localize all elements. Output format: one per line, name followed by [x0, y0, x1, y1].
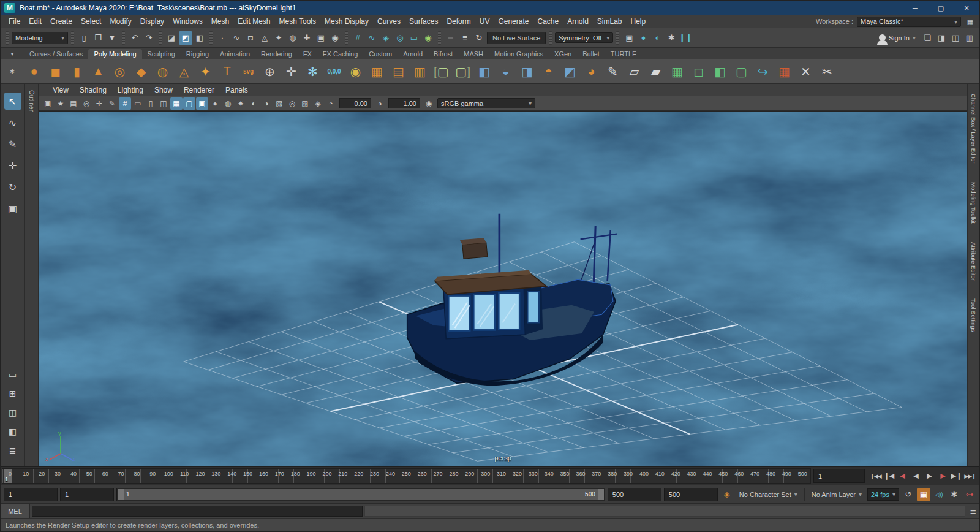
shelf-tab-poly-modeling[interactable]: Poly Modeling: [88, 49, 141, 59]
grip-handle[interactable]: [209, 31, 213, 45]
image-plane-icon[interactable]: ▤: [67, 97, 80, 110]
snap-curve-icon[interactable]: ∿: [365, 31, 379, 45]
anti-alias-icon[interactable]: ▧: [273, 97, 285, 110]
move-tool-icon[interactable]: ✛: [4, 157, 21, 174]
render-settings-icon[interactable]: ✱: [665, 31, 678, 45]
select-component-icon[interactable]: ◧: [193, 31, 206, 45]
super-shape-icon[interactable]: ✦: [195, 61, 216, 82]
snowflake-icon[interactable]: ✻: [303, 61, 323, 82]
step-forward-frame-button[interactable]: ▶❙: [950, 469, 963, 483]
snap-keys-icon[interactable]: ▦: [917, 488, 930, 501]
mask-rendering-icon[interactable]: ◍: [286, 31, 300, 45]
bookmarks-icon[interactable]: ★: [55, 97, 67, 110]
symmetry-dropdown[interactable]: Symmetry: Off: [555, 32, 613, 43]
close-button-icon[interactable]: ✕: [954, 1, 979, 15]
poly-cone-icon[interactable]: ▲: [88, 61, 108, 82]
delete-edge-icon[interactable]: ✕: [796, 61, 816, 82]
shelf-tab-animation[interactable]: Animation: [214, 49, 255, 59]
character-set-dropdown[interactable]: No Character Set: [736, 491, 801, 498]
go-to-start-button[interactable]: ❙◀◀: [869, 469, 882, 483]
mask-surfaces-icon[interactable]: ◘: [244, 31, 257, 45]
playback-end-field[interactable]: 500: [608, 488, 662, 501]
safe-action-icon[interactable]: ▢: [183, 97, 195, 110]
play-forwards-button[interactable]: ▶: [923, 469, 936, 483]
new-scene-icon[interactable]: ▯: [77, 31, 91, 45]
frame-bracket-close-icon[interactable]: ▢]: [453, 61, 473, 82]
shelf-tab-mash[interactable]: MASH: [458, 49, 489, 59]
shelf-tab-motion-graphics[interactable]: Motion Graphics: [489, 49, 549, 59]
resolution-gate-icon[interactable]: ▯: [145, 97, 157, 110]
grip-handle[interactable]: [549, 31, 552, 45]
sculpt-mesh-icon[interactable]: ◕: [581, 61, 601, 82]
exposure-field[interactable]: 0.00: [339, 98, 371, 108]
origin-coordinates-icon[interactable]: 0,0,0: [324, 61, 344, 82]
lock-selection-icon[interactable]: ▣: [314, 31, 328, 45]
knife-icon[interactable]: ✂: [817, 61, 837, 82]
layout-single-pane-icon[interactable]: ▭: [4, 367, 21, 382]
menu-uv[interactable]: UV: [475, 17, 494, 26]
shelf-tab-menu-icon[interactable]: ▾: [1, 48, 24, 59]
undo-icon[interactable]: ↶: [128, 31, 141, 45]
gamma-icon[interactable]: ◑: [374, 97, 386, 110]
shelf-tab-bullet[interactable]: Bullet: [577, 49, 605, 59]
grid-toggle-icon[interactable]: #: [119, 97, 131, 110]
target-weld-icon[interactable]: ▦: [774, 61, 794, 82]
view-transform-dropdown[interactable]: sRGB gamma: [437, 98, 535, 108]
multi-cut-icon[interactable]: ✎: [603, 61, 623, 82]
open-render-view-icon[interactable]: ▣: [622, 31, 636, 45]
shelf-tab-rendering[interactable]: Rendering: [255, 49, 298, 59]
shelf-tab-turtle[interactable]: TURTLE: [605, 49, 643, 59]
gate-mask-icon[interactable]: ◫: [157, 97, 170, 110]
fps-dropdown[interactable]: 24 fps: [867, 488, 899, 501]
menu-help[interactable]: Help: [627, 17, 650, 26]
shaded-mode-icon[interactable]: ●: [209, 97, 221, 110]
sculpt-grab-icon[interactable]: ◧: [710, 61, 730, 82]
auto-keyframe-icon[interactable]: ⊶: [963, 488, 976, 501]
current-frame-field[interactable]: 1: [813, 469, 865, 483]
redo-icon[interactable]: ↷: [142, 31, 156, 45]
rotate-tool-icon[interactable]: ↻: [4, 178, 21, 196]
command-line-output[interactable]: [364, 506, 965, 517]
mask-misc-icon[interactable]: ✚: [300, 31, 314, 45]
command-line-language-button[interactable]: MEL: [1, 504, 30, 518]
smooth-mesh-icon[interactable]: ◒: [496, 61, 516, 82]
combine-mesh-icon[interactable]: ◓: [538, 61, 559, 82]
workspace-options-icon[interactable]: ▦: [965, 17, 976, 26]
attribute-editor-toggle-icon[interactable]: ◫: [949, 31, 962, 45]
outliner-tab[interactable]: Outliner: [28, 90, 35, 112]
offset-edge-loop-icon[interactable]: ▰: [646, 61, 666, 82]
command-line-input[interactable]: [32, 506, 363, 517]
ambient-occlusion-icon[interactable]: ◑: [260, 97, 273, 110]
snap-view-plane-icon[interactable]: ▭: [407, 31, 421, 45]
snap-projected-center-icon[interactable]: ◎: [393, 31, 407, 45]
viewport-canvas[interactable]: y x z persp: [39, 111, 967, 466]
range-handle-left[interactable]: [118, 489, 124, 500]
playback-range-inner[interactable]: 1 500: [118, 489, 604, 500]
shelf-tab-curves-surfaces[interactable]: Curves / Surfaces: [24, 49, 88, 59]
timeline-ruler[interactable]: 0102030405060708090100110120130140150160…: [2, 468, 811, 484]
poly-cube-icon[interactable]: ◼: [45, 61, 66, 82]
textured-mode-icon[interactable]: ◍: [222, 97, 234, 110]
menu-generate[interactable]: Generate: [494, 17, 533, 26]
construction-history-icon[interactable]: ↻: [472, 31, 486, 45]
construction-locator-icon[interactable]: ⊕: [260, 61, 280, 82]
mash-grid-icon[interactable]: ▦: [367, 61, 387, 82]
select-object-icon[interactable]: ◩: [179, 31, 192, 45]
menu-set-dropdown[interactable]: Modeling: [12, 32, 68, 44]
snap-grid-icon[interactable]: #: [351, 31, 364, 45]
camera-attributes-icon[interactable]: ▣: [42, 97, 54, 110]
channel-box-toggle-icon[interactable]: ◨: [935, 31, 948, 45]
animation-preferences-icon[interactable]: ✱: [948, 488, 961, 501]
menu-edit-mesh[interactable]: Edit Mesh: [233, 17, 274, 26]
panel-menu-shading[interactable]: Shading: [74, 86, 112, 94]
highlight-selection-icon[interactable]: ◉: [328, 31, 342, 45]
shelf-tab-bifrost[interactable]: Bifrost: [428, 49, 458, 59]
shelf-options-icon[interactable]: ✱: [1, 59, 24, 83]
mask-curves-icon[interactable]: ∿: [230, 31, 243, 45]
gamma-field[interactable]: 1.00: [388, 98, 420, 108]
menu-file[interactable]: File: [4, 17, 24, 26]
panel-menu-show[interactable]: Show: [149, 86, 178, 94]
menu-create[interactable]: Create: [46, 17, 77, 26]
grip-handle[interactable]: [438, 31, 441, 45]
mash-array-icon[interactable]: ▤: [388, 61, 409, 82]
